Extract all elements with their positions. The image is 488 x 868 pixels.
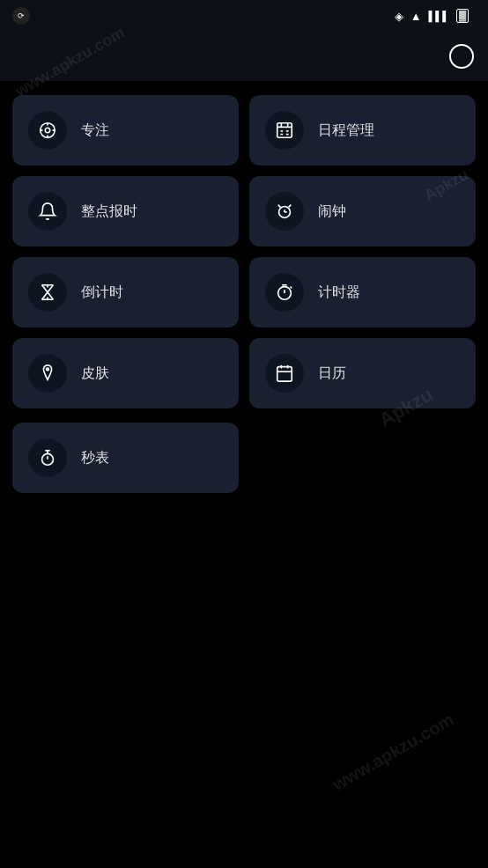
alarm-label: 闹钟 [318,202,346,221]
stopwatch-label: 秒表 [81,449,109,467]
menu-grid: 专注 日程管理 整点报时 闹钟 倒计时 计时器 皮肤 日历 [0,81,488,423]
focus-label: 专注 [81,121,109,140]
wifi-icon: ▲ [410,10,422,23]
svg-point-23 [47,368,49,371]
header [0,32,488,81]
svg-rect-24 [277,367,292,382]
svg-point-1 [45,128,50,133]
menu-item-countdown[interactable]: 倒计时 [12,257,239,327]
timer-label: 计时器 [318,283,360,302]
stopwatch-icon [28,438,67,477]
svg-point-19 [278,287,292,300]
calendar-label: 日历 [318,364,346,383]
hourly-icon [28,192,67,231]
alarm-icon [265,192,304,231]
hourly-label: 整点报时 [81,202,137,221]
svg-line-18 [289,205,292,208]
schedule-icon [265,111,304,150]
menu-item-alarm[interactable]: 闹钟 [249,176,476,246]
skin-label: 皮肤 [81,364,109,383]
timer-icon [265,273,304,312]
status-bar: ⟳ ◈ ▲ ▌▌▌ ▓ [0,0,488,32]
menu-item-timer[interactable]: 计时器 [249,257,476,327]
menu-item-calendar[interactable]: 日历 [249,338,476,408]
menu-item-stopwatch[interactable]: 秒表 [12,423,239,493]
menu-item-schedule[interactable]: 日程管理 [249,95,476,166]
countdown-icon [28,273,67,312]
svg-line-22 [290,287,292,289]
calendar-icon [265,354,304,393]
signal-icon: ▌▌▌ [429,11,449,21]
svg-rect-6 [277,123,292,138]
app-icon: ⟳ [12,7,30,25]
watermark-4: www.apkzu.com [329,710,458,795]
menu-item-hourly[interactable]: 整点报时 [12,176,239,246]
menu-item-skin[interactable]: 皮肤 [12,338,239,408]
svg-line-17 [278,205,281,208]
last-row: 秒表 [0,423,488,507]
focus-icon [28,111,67,150]
menu-item-focus[interactable]: 专注 [12,95,239,166]
skin-icon [28,354,67,393]
countdown-label: 倒计时 [81,283,123,302]
schedule-label: 日程管理 [318,121,374,140]
help-button[interactable] [449,44,474,69]
svg-point-33 [42,453,54,465]
battery-icon: ▓ [456,9,469,22]
location-icon: ◈ [395,10,403,23]
